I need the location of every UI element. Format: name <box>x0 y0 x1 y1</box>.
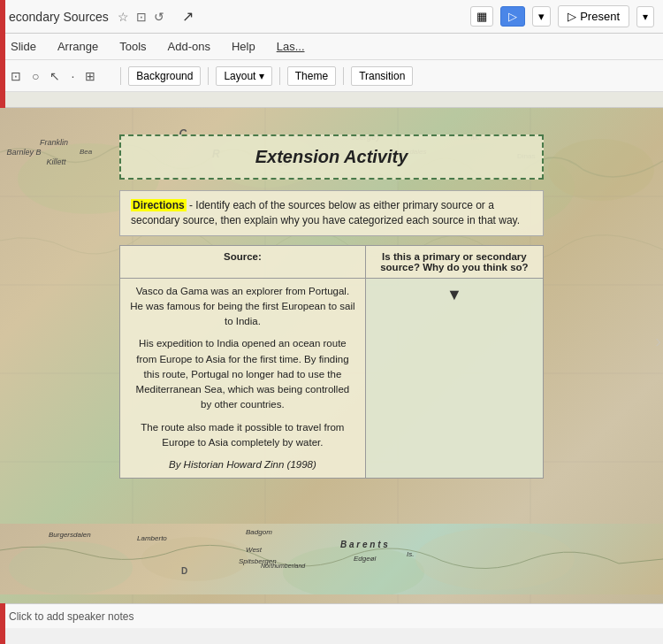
undo-icon[interactable]: ⊡ <box>7 67 25 85</box>
menu-las[interactable]: Las... <box>273 38 309 55</box>
title-right: ▦ ▷ ▾ ▷ Present ▾ <box>470 5 654 27</box>
svg-point-14 <box>283 546 424 594</box>
slide-bottom-map: Burgersdalen Lamberto Badgom West Spitsb… <box>0 524 663 603</box>
question-header-cell: Is this a primary or secondary source? W… <box>365 245 543 278</box>
status-text: Click to add speaker notes <box>9 610 133 623</box>
svg-point-12 <box>9 541 133 594</box>
layout-button[interactable]: Layout ▾ <box>216 66 271 86</box>
background-button[interactable]: Background <box>128 66 201 86</box>
save-icon[interactable]: ⊡ <box>136 10 147 24</box>
bottom-label-lamberto: Lamberto <box>137 534 167 542</box>
menu-help[interactable]: Help <box>228 38 259 55</box>
directions-label: Directions <box>131 199 187 211</box>
theme-button[interactable]: Theme <box>287 66 336 86</box>
ruler: 1 2 3 4 5 6 7 8 9 <box>0 92 663 108</box>
table-content-row: Vasco da Gama was an explorer from Portu… <box>120 278 544 479</box>
menu-tools[interactable]: Tools <box>116 38 149 55</box>
select-icon[interactable]: ↖ <box>46 67 64 85</box>
toolbar-sep-4 <box>343 67 344 85</box>
map-label-franklin: Franklin <box>40 138 68 147</box>
source-para3: The route also made it possible to trave… <box>129 420 356 451</box>
toolbar-sep-3 <box>279 67 280 85</box>
slide-nav-icon[interactable]: ▷ <box>500 6 525 27</box>
extension-activity-box: Extension Activity <box>119 134 544 180</box>
bottom-label-northumberland: Northumberland <box>261 563 305 569</box>
layout-arrow: ▾ <box>259 70 264 82</box>
document-title: econdary Sources <box>9 10 109 24</box>
source-table: Source: Is this a primary or secondary s… <box>119 245 544 479</box>
source-header-cell: Source: <box>120 245 366 278</box>
status-bar: Click to add speaker notes <box>0 603 663 628</box>
bottom-label-barents: B a r e n t s <box>340 540 388 549</box>
menu-addons[interactable]: Add-ons <box>164 38 214 55</box>
bottom-map-bg: Burgersdalen Lamberto Badgom West Spitsb… <box>0 524 663 594</box>
source-para2: His expedition to India opened an ocean … <box>129 336 356 412</box>
title-bar: econdary Sources ☆ ⊡ ↺ ↗ ▦ ▷ ▾ ▷ Present… <box>0 0 663 34</box>
dropdown-nav[interactable]: ▾ <box>532 6 551 27</box>
source-content-cell: Vasco da Gama was an explorer from Portu… <box>120 278 366 479</box>
bottom-label-d: D <box>181 566 187 576</box>
present-label: Present <box>580 10 620 23</box>
present-dropdown[interactable]: ▾ <box>636 6 654 27</box>
insert-icon[interactable]: ⊞ <box>81 67 99 85</box>
bottom-label-west: West <box>246 546 262 554</box>
present-button[interactable]: ▷ Present <box>558 5 629 27</box>
grid-view-icon[interactable]: ▦ <box>470 6 493 27</box>
bottom-label-badgom: Badgom <box>246 528 272 536</box>
answer-cell[interactable]: ▼ <box>365 278 543 479</box>
source-author: By Historian Howard Zinn (1998) <box>129 457 356 472</box>
menu-arrange[interactable]: Arrange <box>54 38 102 55</box>
directions-box: Directions - Identify each of the source… <box>119 190 544 236</box>
slide-area: Barnley B Franklin Killett Bea C R 80° J… <box>0 108 663 603</box>
bottom-map-svg <box>0 524 663 594</box>
svg-point-15 <box>415 528 575 590</box>
source-para1: Vasco da Gama was an explorer from Portu… <box>129 284 356 330</box>
svg-point-13 <box>141 537 248 581</box>
bottom-label-burgersdalen: Burgersdalen <box>49 531 91 539</box>
title-icons: ☆ ⊡ ↺ <box>118 10 164 24</box>
trend-area: ↗ <box>182 8 194 25</box>
slide-right-arrow[interactable]: › <box>655 331 661 351</box>
map-label-barnley: Barnley B <box>7 148 42 157</box>
cursor-icon[interactable]: ○ <box>28 67 42 85</box>
star-icon[interactable]: ☆ <box>118 10 129 24</box>
bottom-label-is: Is. <box>407 550 414 558</box>
toolbar-sep-1 <box>120 67 121 85</box>
menu-bar: Slide Arrange Tools Add-ons Help Las... <box>0 34 663 60</box>
toolbar-sep-2 <box>208 67 209 85</box>
directions-text: - Identify each of the sources below as … <box>131 199 520 226</box>
toolbar: ⊡ ○ ↖ · ⊞ Background Layout ▾ Theme Tran… <box>0 60 663 92</box>
layout-label: Layout <box>224 70 255 82</box>
cloud-icon[interactable]: ↺ <box>154 10 164 24</box>
present-icon: ▷ <box>568 10 576 23</box>
transition-button[interactable]: Transition <box>351 66 413 86</box>
toolbar-separator-icon: · <box>67 67 78 85</box>
map-label-bea: Bea <box>80 148 92 156</box>
svg-point-3 <box>548 139 654 201</box>
table-header-row: Source: Is this a primary or secondary s… <box>120 245 544 278</box>
trend-icon: ↗ <box>182 9 194 24</box>
extension-title: Extension Activity <box>255 147 408 166</box>
map-label-killett: Killett <box>47 157 66 166</box>
toolbar-left: ⊡ ○ ↖ · ⊞ <box>7 67 99 85</box>
bottom-label-edgeol: Edgeøl <box>354 555 376 563</box>
menu-slide[interactable]: Slide <box>7 38 40 55</box>
slide-content: Extension Activity Directions - Identify… <box>119 134 544 479</box>
down-arrow-icon: ▼ <box>375 284 534 306</box>
